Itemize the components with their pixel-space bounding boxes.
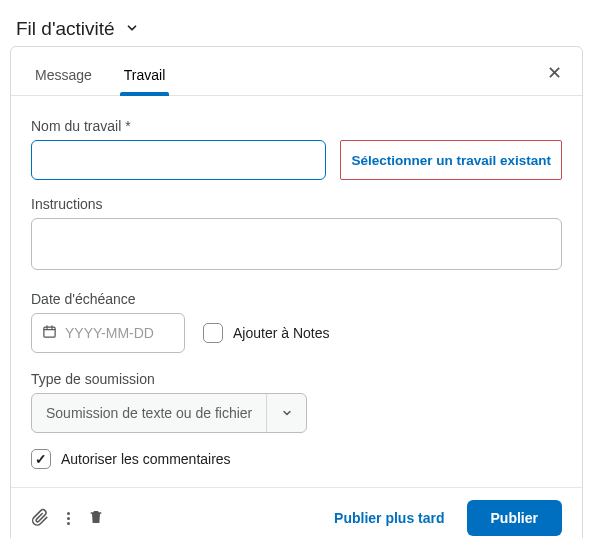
svg-rect-0 bbox=[44, 327, 55, 337]
close-icon[interactable]: ✕ bbox=[547, 62, 562, 94]
compose-panel: Message Travail ✕ Nom du travail * Sélec… bbox=[10, 46, 583, 538]
calendar-icon bbox=[42, 324, 57, 342]
allow-comments-checkbox[interactable] bbox=[31, 449, 51, 469]
more-options-icon[interactable] bbox=[65, 510, 72, 527]
select-existing-button[interactable]: Sélectionner un travail existant bbox=[340, 140, 562, 180]
instructions-input[interactable] bbox=[31, 218, 562, 270]
date-placeholder: YYYY-MM-DD bbox=[65, 325, 154, 341]
submission-type-select[interactable]: Soumission de texte ou de fichier bbox=[31, 393, 307, 433]
due-date-label: Date d'échéance bbox=[31, 291, 562, 307]
assignment-name-input[interactable] bbox=[31, 140, 326, 180]
allow-comments-label: Autoriser les commentaires bbox=[61, 451, 231, 467]
publish-button[interactable]: Publier bbox=[467, 500, 562, 536]
tab-message[interactable]: Message bbox=[31, 61, 96, 95]
form-body: Nom du travail * Sélectionner un travail… bbox=[11, 96, 582, 487]
submission-type-label: Type de soumission bbox=[31, 371, 562, 387]
add-to-notes-checkbox[interactable] bbox=[203, 323, 223, 343]
chevron-down-icon bbox=[266, 394, 306, 432]
section-header[interactable]: Fil d'activité bbox=[8, 8, 585, 46]
instructions-label: Instructions bbox=[31, 196, 562, 212]
tabs: Message Travail ✕ bbox=[11, 47, 582, 96]
trash-icon[interactable] bbox=[88, 509, 104, 528]
section-title: Fil d'activité bbox=[16, 18, 115, 40]
add-to-notes-label: Ajouter à Notes bbox=[233, 325, 330, 341]
name-label: Nom du travail * bbox=[31, 118, 562, 134]
chevron-down-icon bbox=[125, 21, 139, 38]
due-date-input[interactable]: YYYY-MM-DD bbox=[31, 313, 185, 353]
attachment-icon[interactable] bbox=[31, 508, 49, 529]
footer-toolbar: Publier plus tard Publier bbox=[11, 487, 582, 538]
publish-later-button[interactable]: Publier plus tard bbox=[328, 509, 450, 527]
submission-type-value: Soumission de texte ou de fichier bbox=[32, 394, 266, 432]
tab-travail[interactable]: Travail bbox=[120, 61, 170, 95]
